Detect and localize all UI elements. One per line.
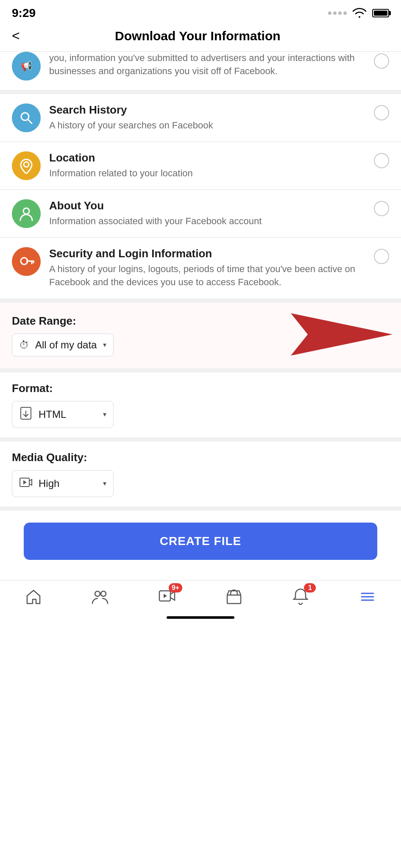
red-arrow-annotation	[274, 309, 393, 362]
partial-item-checkbox[interactable]	[374, 53, 389, 69]
video-badge: 9+	[169, 583, 182, 593]
security-icon	[12, 247, 41, 276]
home-indicator	[0, 611, 401, 622]
format-dropdown[interactable]: HTML ▾	[12, 401, 114, 428]
media-quality-label: Media Quality:	[12, 451, 389, 464]
home-icon	[24, 587, 43, 606]
status-icons	[328, 8, 389, 19]
nav-item-notifications[interactable]: 1	[291, 587, 310, 607]
security-login-desc: A history of your logins, logouts, perio…	[49, 263, 367, 289]
date-range-section: Date Range: ⏱ All of my data ▾	[0, 303, 401, 368]
person-icon-svg	[18, 206, 34, 222]
media-quality-dropdown[interactable]: High ▾	[12, 470, 114, 497]
search-history-title: Search History	[49, 103, 367, 117]
location-icon-svg	[18, 158, 34, 174]
format-arrow: ▾	[103, 410, 106, 418]
about-you-title: About You	[49, 199, 367, 212]
marketplace-icon	[225, 587, 243, 606]
svg-point-5	[23, 208, 29, 214]
svg-marker-10	[291, 313, 393, 356]
security-login-title: Security and Login Information	[49, 247, 367, 260]
section-divider-3	[0, 368, 401, 373]
section-divider-4	[0, 437, 401, 442]
media-quality-arrow: ▾	[103, 479, 106, 487]
nav-item-home[interactable]	[24, 587, 43, 606]
status-bar: 9:29	[0, 0, 401, 24]
svg-point-16	[101, 591, 106, 596]
friends-icon	[91, 587, 109, 606]
nav-item-video[interactable]: 9+	[158, 587, 176, 607]
search-history-desc: A history of your searches on Facebook	[49, 119, 367, 132]
location-icon	[12, 151, 41, 180]
svg-marker-14	[23, 480, 27, 484]
nav-item-friends[interactable]	[91, 587, 109, 606]
date-range-arrow: ▾	[103, 341, 106, 349]
about-you-checkbox[interactable]	[374, 201, 389, 216]
list-item-about-you: About You Information associated with yo…	[0, 190, 401, 237]
format-section: Format: HTML ▾	[0, 373, 401, 437]
notification-badge: 1	[304, 583, 316, 593]
date-range-value: All of my data	[35, 339, 100, 351]
create-file-button[interactable]: CREATE FILE	[24, 523, 377, 560]
media-icon-svg	[19, 476, 33, 489]
back-button[interactable]: <	[12, 28, 20, 44]
date-range-inner: Date Range: ⏱ All of my data ▾	[12, 314, 114, 356]
partial-item-icon: 📢	[12, 52, 41, 81]
partial-item-desc: you, information you've submitted to adv…	[49, 53, 355, 76]
menu-icon	[358, 587, 377, 606]
nav-item-marketplace[interactable]	[225, 587, 243, 606]
location-title: Location	[49, 151, 367, 164]
video-icon	[19, 476, 33, 492]
media-quality-section: Media Quality: High ▾	[0, 442, 401, 506]
security-login-checkbox[interactable]	[374, 249, 389, 264]
svg-text:📢: 📢	[21, 60, 33, 72]
partial-item-content: you, information you've submitted to adv…	[49, 52, 367, 78]
clock-icon: ⏱	[19, 339, 29, 351]
bottom-navigation: 9+ 1	[0, 580, 401, 611]
header: < Download Your Information	[0, 24, 401, 51]
date-range-label: Date Range:	[12, 314, 114, 328]
section-divider-2	[0, 298, 401, 303]
svg-line-3	[28, 120, 32, 124]
location-content: Location Information related to your loc…	[49, 151, 367, 180]
location-checkbox[interactable]	[374, 153, 389, 168]
list-item-search-history: Search History A history of your searche…	[0, 94, 401, 142]
media-quality-value: High	[39, 478, 100, 490]
format-value: HTML	[39, 409, 100, 420]
security-login-content: Security and Login Information A history…	[49, 247, 367, 289]
status-time: 9:29	[12, 6, 36, 20]
format-icon-svg	[19, 406, 33, 420]
search-history-content: Search History A history of your searche…	[49, 103, 367, 132]
search-history-checkbox[interactable]	[374, 105, 389, 120]
about-you-content: About You Information associated with yo…	[49, 199, 367, 228]
svg-point-15	[95, 591, 100, 596]
format-label: Format:	[12, 382, 389, 395]
about-you-desc: Information associated with your Faceboo…	[49, 215, 367, 228]
key-icon-svg	[18, 253, 34, 270]
svg-rect-19	[227, 595, 241, 604]
section-divider-1	[0, 90, 401, 94]
file-download-icon	[19, 406, 33, 423]
about-you-icon	[12, 199, 41, 228]
home-bar	[167, 616, 234, 619]
partial-list-item: 📢 you, information you've submitted to a…	[0, 52, 401, 90]
nav-item-menu[interactable]	[358, 587, 377, 606]
battery-icon	[372, 9, 389, 17]
list-item-location: Location Information related to your loc…	[0, 142, 401, 189]
page-title: Download Your Information	[28, 29, 367, 43]
list-item-security-login: Security and Login Information A history…	[0, 238, 401, 298]
svg-marker-18	[164, 594, 167, 598]
create-button-container: CREATE FILE	[0, 511, 401, 580]
red-arrow-svg	[274, 309, 393, 360]
search-icon-svg	[18, 110, 34, 126]
section-divider-5	[0, 506, 401, 511]
date-range-dropdown[interactable]: ⏱ All of my data ▾	[12, 334, 114, 356]
svg-point-4	[24, 162, 29, 167]
signal-icon	[328, 11, 347, 15]
location-desc: Information related to your location	[49, 167, 367, 180]
wifi-icon	[352, 8, 367, 19]
partial-icon-svg: 📢	[18, 58, 34, 74]
search-history-icon	[12, 103, 41, 132]
